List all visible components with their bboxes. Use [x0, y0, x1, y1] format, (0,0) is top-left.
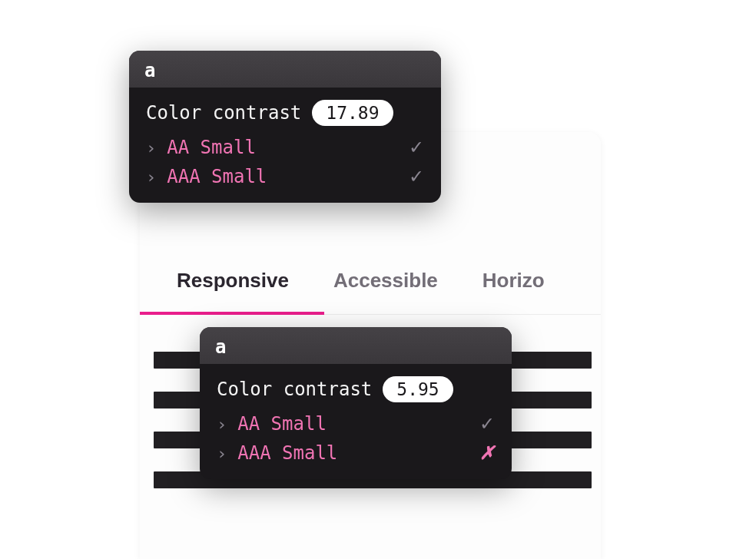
criteria-label-group: › AAA Small: [146, 166, 267, 187]
tab-accessible[interactable]: Accessible: [333, 269, 438, 314]
tab-responsive[interactable]: Responsive: [177, 269, 289, 314]
criteria-label-group: › AA Small: [217, 413, 327, 435]
tooltip-title-row: Color contrast 5.95: [217, 376, 495, 402]
criteria-label-group: › AA Small: [146, 137, 256, 158]
criteria-label: AAA Small: [237, 442, 337, 464]
contrast-tooltip-top: a Color contrast 17.89 › AA Small ✓ › AA…: [129, 51, 441, 203]
active-tab-indicator: [140, 312, 324, 315]
contrast-ratio-badge: 5.95: [383, 376, 453, 402]
tooltip-header: a: [129, 51, 441, 88]
check-icon: ✓: [479, 413, 495, 435]
check-icon: ✓: [409, 137, 424, 158]
chevron-right-icon: ›: [217, 415, 227, 434]
criteria-row[interactable]: › AA Small ✓: [146, 137, 424, 158]
criteria-row[interactable]: › AAA Small ✓: [146, 166, 424, 187]
criteria-row[interactable]: › AA Small ✓: [217, 413, 495, 435]
element-tag-badge: a: [144, 60, 155, 81]
element-tag-badge: a: [215, 336, 226, 358]
criteria-label: AAA Small: [167, 166, 267, 187]
tab-horizontal[interactable]: Horizo: [482, 269, 545, 314]
criteria-label-group: › AAA Small: [217, 442, 337, 464]
chevron-right-icon: ›: [146, 138, 156, 157]
criteria-label: AA Small: [237, 413, 327, 435]
contrast-tooltip-bottom: a Color contrast 5.95 › AA Small ✓ › AAA…: [200, 327, 512, 479]
criteria-row[interactable]: › AAA Small ✗: [217, 442, 495, 464]
tooltip-title: Color contrast: [217, 379, 372, 400]
cross-icon: ✗: [479, 442, 495, 464]
tooltip-title: Color contrast: [146, 102, 301, 124]
tooltip-title-row: Color contrast 17.89: [146, 100, 424, 126]
chevron-right-icon: ›: [146, 167, 156, 187]
contrast-ratio-badge: 17.89: [312, 100, 393, 126]
chevron-right-icon: ›: [217, 444, 227, 463]
criteria-label: AA Small: [167, 137, 256, 158]
tooltip-body: Color contrast 17.89 › AA Small ✓ › AAA …: [129, 88, 441, 203]
tooltip-header: a: [200, 327, 512, 364]
tooltip-body: Color contrast 5.95 › AA Small ✓ › AAA S…: [200, 364, 512, 479]
check-icon: ✓: [409, 166, 424, 187]
